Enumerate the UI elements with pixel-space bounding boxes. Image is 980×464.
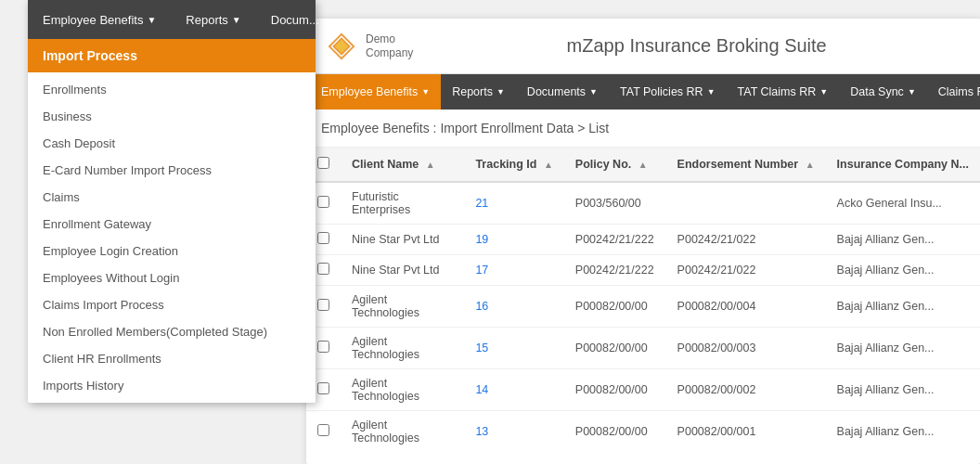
sidebar-item-client-hr-enrollments[interactable]: Client HR Enrollments — [28, 345, 316, 372]
table-body: Futuristic Enterprises 21 P003/560/00 Ac… — [306, 182, 980, 445]
sidebar-active-import-process: Import Process — [28, 39, 316, 72]
table-header-insurance-company: Insurance Company N... — [826, 148, 980, 182]
row-tracking-id[interactable]: 15 — [464, 328, 563, 369]
row-endorsement-number: P00082/00/004 — [666, 286, 826, 328]
row-insurance-company: Bajaj Allianz Gen... — [826, 225, 980, 255]
row-policy-no: P00242/21/222 — [564, 225, 666, 255]
row-tracking-id[interactable]: 14 — [464, 369, 563, 411]
row-client-name: Nine Star Pvt Ltd — [341, 225, 464, 255]
nav-arrow-icon: ▼ — [819, 87, 828, 97]
nav-arrow-icon: ▼ — [589, 87, 598, 97]
select-all-checkbox[interactable] — [317, 157, 329, 169]
sidebar-item-enrollments[interactable]: Enrollments — [28, 76, 316, 103]
row-endorsement-number: P00082/00/002 — [666, 369, 826, 411]
row-checkbox[interactable] — [317, 341, 329, 353]
sidebar-item-claims[interactable]: Claims — [28, 184, 316, 211]
row-checkbox[interactable] — [317, 382, 329, 394]
row-client-name: Agilent Technologies — [341, 328, 464, 369]
table-row: Nine Star Pvt Ltd 17 P00242/21/222 P0024… — [306, 255, 980, 286]
table-header-row: Client Name ▲ Tracking Id ▲ Policy No. ▲ — [306, 148, 980, 182]
row-client-name: Agilent Technologies — [341, 286, 464, 328]
row-tracking-id[interactable]: 16 — [464, 286, 563, 328]
nav-bar: Employee Benefits ▼ Reports ▼ Documents … — [306, 74, 980, 110]
row-client-name: Agilent Technologies — [341, 411, 464, 445]
sidebar-item-employee-login-creation[interactable]: Employee Login Creation — [28, 238, 316, 264]
nav-item-documents[interactable]: Documents ▼ — [516, 74, 609, 110]
row-policy-no: P00082/00/00 — [564, 328, 666, 369]
row-policy-no: P00242/21/222 — [564, 255, 666, 286]
row-checkbox[interactable] — [317, 424, 329, 436]
sidebar-item-imports-history[interactable]: Imports History — [28, 372, 316, 399]
table-row: Nine Star Pvt Ltd 19 P00242/21/222 P0024… — [306, 225, 980, 255]
row-tracking-id[interactable]: 21 — [464, 182, 563, 225]
nav-item-reports[interactable]: Reports ▼ — [441, 74, 516, 110]
sidebar-item-claims-import-process[interactable]: Claims Import Process — [28, 291, 316, 318]
app-title: mZapp Insurance Broking Suite — [432, 35, 961, 57]
sidebar-nav-documents[interactable]: Docum... — [256, 0, 334, 39]
dropdown-arrow-icon: ▼ — [147, 15, 156, 25]
row-endorsement-number — [666, 182, 826, 225]
nav-arrow-icon: ▼ — [908, 87, 916, 97]
row-endorsement-number: P00242/21/022 — [666, 255, 826, 286]
row-tracking-id[interactable]: 17 — [464, 255, 563, 286]
sidebar-item-non-enrolled-members[interactable]: Non Enrolled Members(Completed Stage) — [28, 318, 316, 345]
row-policy-no: P00082/00/00 — [564, 286, 666, 328]
table-wrapper[interactable]: Client Name ▲ Tracking Id ▲ Policy No. ▲ — [306, 148, 980, 445]
row-tracking-id[interactable]: 13 — [464, 411, 563, 445]
row-insurance-company: Bajaj Allianz Gen... — [826, 255, 980, 286]
logo-area: Demo Company — [325, 30, 413, 63]
sidebar-item-business[interactable]: Business — [28, 103, 316, 130]
sort-icon: ▲ — [544, 160, 553, 170]
sidebar-nav-employee-benefits[interactable]: Employee Benefits ▼ — [28, 0, 171, 39]
table-row: Futuristic Enterprises 21 P003/560/00 Ac… — [306, 182, 980, 225]
row-insurance-company: Bajaj Allianz Gen... — [826, 369, 980, 411]
row-policy-no: P00082/00/00 — [564, 369, 666, 411]
sort-icon: ▲ — [638, 160, 648, 170]
row-insurance-company: Bajaj Allianz Gen... — [826, 328, 980, 369]
company-name: Demo Company — [366, 32, 413, 59]
nav-arrow-icon: ▼ — [421, 87, 430, 97]
nav-item-claims-report[interactable]: Claims Report ▼ — [927, 74, 980, 110]
sidebar-panel: Employee Benefits ▼ Reports ▼ Docum... I… — [28, 0, 316, 403]
table-header-client-name[interactable]: Client Name ▲ — [341, 148, 464, 182]
nav-arrow-icon: ▼ — [707, 87, 716, 97]
nav-item-tat-claims[interactable]: TAT Claims RR ▼ — [727, 74, 840, 110]
table-header-tracking-id[interactable]: Tracking Id ▲ — [464, 148, 563, 182]
sort-icon: ▲ — [426, 160, 435, 170]
sidebar-item-enrollment-gateway[interactable]: Enrollment Gateway — [28, 211, 316, 238]
row-policy-no: P003/560/00 — [564, 182, 666, 225]
table-header-endorsement-number[interactable]: Endorsement Number ▲ — [666, 148, 826, 182]
table-row: Agilent Technologies 14 P00082/00/00 P00… — [306, 369, 980, 411]
row-checkbox[interactable] — [317, 196, 329, 208]
table-header-policy-no[interactable]: Policy No. ▲ — [564, 148, 666, 182]
table-row: Agilent Technologies 15 P00082/00/00 P00… — [306, 328, 980, 369]
app-header: Demo Company mZapp Insurance Broking Sui… — [306, 19, 980, 74]
row-endorsement-number: P00082/00/003 — [666, 328, 826, 369]
table-row: Agilent Technologies 13 P00082/00/00 P00… — [306, 411, 980, 445]
row-checkbox-cell — [306, 411, 341, 445]
table-row: Agilent Technologies 16 P00082/00/00 P00… — [306, 286, 980, 328]
content-panel: Demo Company mZapp Insurance Broking Sui… — [306, 19, 980, 464]
row-checkbox[interactable] — [317, 232, 329, 244]
row-policy-no: P00082/00/00 — [564, 411, 666, 445]
nav-arrow-icon: ▼ — [496, 87, 505, 97]
sidebar-item-employees-without-login[interactable]: Employees Without Login — [28, 264, 316, 291]
data-table: Client Name ▲ Tracking Id ▲ Policy No. ▲ — [306, 148, 980, 445]
sidebar-nav-reports[interactable]: Reports ▼ — [171, 0, 255, 39]
row-endorsement-number: P00242/21/022 — [666, 225, 826, 255]
row-client-name: Nine Star Pvt Ltd — [341, 255, 464, 286]
nav-item-data-sync[interactable]: Data Sync ▼ — [839, 74, 927, 110]
nav-item-employee-benefits[interactable]: Employee Benefits ▼ — [310, 74, 441, 110]
row-checkbox[interactable] — [317, 263, 329, 275]
sidebar-menu-list: Enrollments Business Cash Deposit E-Card… — [28, 72, 316, 403]
row-client-name: Futuristic Enterprises — [341, 182, 464, 225]
sidebar-item-cash-deposit[interactable]: Cash Deposit — [28, 130, 316, 157]
row-insurance-company: Bajaj Allianz Gen... — [826, 286, 980, 328]
row-checkbox[interactable] — [317, 299, 329, 311]
nav-item-tat-policies[interactable]: TAT Policies RR ▼ — [609, 74, 727, 110]
breadcrumb: Employee Benefits : Import Enrollment Da… — [306, 110, 980, 148]
row-tracking-id[interactable]: 19 — [464, 225, 563, 255]
row-endorsement-number: P00082/00/001 — [666, 411, 826, 445]
sidebar-top-nav: Employee Benefits ▼ Reports ▼ Docum... — [28, 0, 316, 39]
sidebar-item-ecard[interactable]: E-Card Number Import Process — [28, 157, 316, 184]
